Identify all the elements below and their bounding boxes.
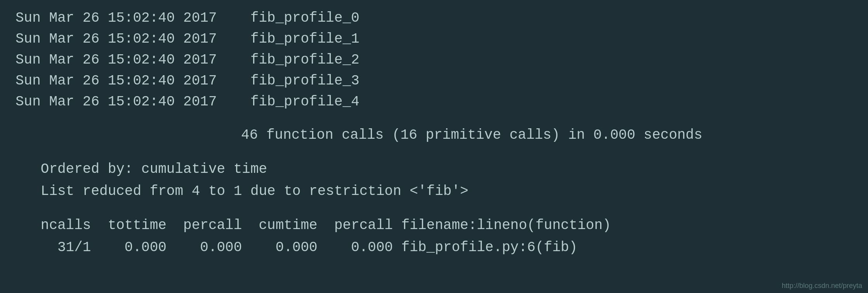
table-section: ncalls tottime percall cumtime percall f… bbox=[16, 214, 852, 259]
watermark: http://blog.csdn.net/preyta bbox=[782, 282, 862, 290]
ordered-by-line: Ordered by: cumulative time bbox=[16, 158, 852, 181]
stats-line: 46 function calls (16 primitive calls) i… bbox=[16, 124, 852, 146]
log-line: Sun Mar 26 15:02:40 2017 fib_profile_1 bbox=[16, 29, 852, 50]
table-row: 31/1 0.000 0.000 0.000 0.000 fib_profile… bbox=[16, 236, 852, 259]
log-line: Sun Mar 26 15:02:40 2017 fib_profile_2 bbox=[16, 50, 852, 71]
ordered-section: Ordered by: cumulative time List reduced… bbox=[16, 158, 852, 203]
log-line: Sun Mar 26 15:02:40 2017 fib_profile_4 bbox=[16, 91, 852, 112]
table-header: ncalls tottime percall cumtime percall f… bbox=[16, 214, 852, 237]
list-reduced-line: List reduced from 4 to 1 due to restrict… bbox=[16, 180, 852, 203]
terminal: Sun Mar 26 15:02:40 2017 fib_profile_0 S… bbox=[16, 8, 852, 285]
log-line: Sun Mar 26 15:02:40 2017 fib_profile_0 bbox=[16, 8, 852, 29]
log-line: Sun Mar 26 15:02:40 2017 fib_profile_3 bbox=[16, 71, 852, 91]
log-lines-section: Sun Mar 26 15:02:40 2017 fib_profile_0 S… bbox=[16, 8, 852, 112]
